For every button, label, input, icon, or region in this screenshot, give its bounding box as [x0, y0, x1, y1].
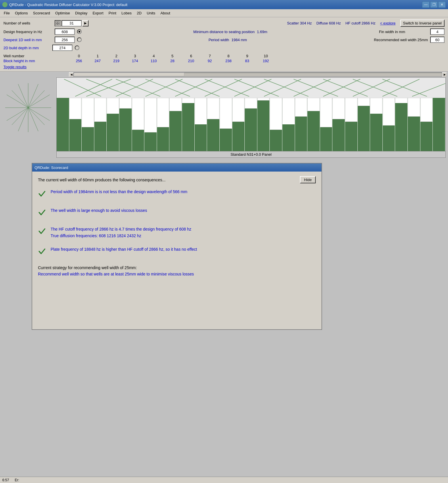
well-number-4: 4: [144, 54, 163, 58]
scroll-track[interactable]: [74, 73, 442, 77]
design-freq-radio[interactable]: [77, 29, 82, 34]
menu-lobes[interactable]: Lobes: [119, 10, 134, 16]
close-button[interactable]: ✕: [438, 1, 446, 8]
diffuse-text: Diffuse 608 Hz: [316, 21, 341, 25]
svg-line-22: [18, 108, 28, 131]
svg-line-20: [18, 84, 28, 108]
build-depth-label[interactable]: 2D build depth in mm: [3, 46, 52, 50]
diffuser-bar-17: [270, 98, 282, 151]
well-height-0: 256: [70, 59, 88, 63]
svg-line-24: [75, 79, 112, 96]
deepest-well-label[interactable]: Deepest 1D well in mm: [3, 38, 52, 42]
svg-line-38: [234, 79, 279, 96]
well-height-4: 110: [144, 59, 163, 63]
diffuser-panel: Standard N31+0.0 Panel: [56, 77, 446, 158]
hide-button[interactable]: Hide: [300, 176, 316, 183]
scroll-right-button[interactable]: ▶: [442, 72, 447, 77]
well-number-6: 6: [182, 54, 200, 58]
recommended-input[interactable]: [430, 37, 445, 43]
horizontal-scrollbar[interactable]: ◀ ▶: [69, 72, 447, 77]
fin-width-input[interactable]: [430, 28, 445, 35]
well-number-9: 9: [238, 54, 256, 58]
well-height-8: 238: [219, 59, 238, 63]
title-bar-left: QRDude - Quadratic Residue Diffuser Calc…: [2, 2, 127, 7]
wells-input[interactable]: [62, 20, 82, 26]
menu-print[interactable]: Print: [106, 10, 119, 16]
menu-scorecard[interactable]: Scorecard: [30, 10, 53, 16]
build-depth-radio[interactable]: [75, 45, 79, 50]
wells-label: Number of wells: [3, 21, 52, 25]
well-height-3: 174: [126, 59, 144, 63]
menu-about[interactable]: About: [158, 10, 173, 16]
svg-line-36: [205, 79, 249, 96]
polar-diagram: [2, 77, 54, 135]
diffuser-bar-3: [94, 98, 107, 151]
svg-line-47: [412, 83, 445, 96]
deepest-well-input[interactable]: [55, 37, 75, 43]
period-width-value: 1984 mm: [231, 38, 247, 42]
switch-inverse-button[interactable]: Switch to Inverse panel: [400, 20, 445, 27]
svg-line-45: [382, 79, 420, 96]
scorecard-item-text-3: Plate frequency of 18848 hz is higher th…: [51, 247, 197, 252]
scorecard-item-2: The HF cutoff frequency of 2866 hz is 4.…: [38, 227, 316, 238]
window-title: QRDude - Quadratic Residue Diffuser Calc…: [9, 3, 127, 7]
svg-line-46: [353, 79, 397, 96]
well-number-header: Well number: [3, 54, 70, 58]
build-depth-input[interactable]: [52, 45, 72, 51]
block-height-header: Block height in mm: [3, 59, 70, 63]
svg-line-21: [28, 84, 38, 108]
design-freq-input[interactable]: [55, 28, 75, 35]
scroll-left-button[interactable]: ◀: [69, 72, 74, 77]
menu-display[interactable]: Display: [72, 10, 90, 16]
svg-line-15: [28, 108, 45, 125]
scorecard-strategy: Current strategy for recommending well w…: [38, 265, 316, 276]
menu-optimise[interactable]: Optimise: [53, 10, 72, 16]
svg-line-44: [323, 79, 368, 96]
title-bar: QRDude - Quadratic Residue Diffuser Calc…: [0, 0, 448, 9]
svg-line-18: [7, 108, 28, 121]
menu-units[interactable]: Units: [144, 10, 158, 16]
diffuser-bar-21: [320, 98, 333, 151]
well-number-1: 1: [88, 54, 107, 58]
check-icon-3: [38, 247, 46, 257]
scorecard-item-0: Period width of 1984mm is is not less th…: [38, 189, 316, 199]
well-height-1: 247: [88, 59, 107, 63]
svg-rect-0: [56, 22, 58, 23]
diffuser-bar-5: [119, 98, 132, 151]
explore-link[interactable]: < explore: [380, 21, 396, 25]
toggle-results-link[interactable]: Toggle results: [3, 65, 26, 69]
recommended-label: Recommended well width 25mm: [374, 38, 428, 42]
maximize-button[interactable]: ❐: [430, 1, 438, 8]
menu-export[interactable]: Export: [90, 10, 106, 16]
scorecard-content: The current well width of 60mm produces …: [32, 172, 321, 281]
menu-file[interactable]: File: [1, 10, 12, 16]
deepest-well-radio[interactable]: [77, 37, 82, 42]
svg-line-34: [175, 79, 220, 96]
status-error: Er:: [15, 478, 19, 482]
strategy-text: Recommend well width so that wells are a…: [38, 272, 316, 276]
diffuser-bar-0: [57, 98, 69, 151]
svg-rect-3: [58, 24, 60, 25]
diffuser-bar-28: [408, 98, 420, 151]
scorecard-titlebar: QRDude: Scorecard: [32, 163, 321, 172]
scroll-thumb[interactable]: [74, 73, 184, 76]
diffuser-bar-6: [132, 98, 145, 151]
wells-increment-button[interactable]: ▶: [82, 20, 89, 26]
diffuser-bar-10: [182, 98, 195, 151]
strategy-title: Current strategy for recommending well w…: [38, 265, 316, 270]
diffuser-bar-7: [144, 98, 157, 151]
well-number-0: 0: [70, 54, 88, 58]
svg-line-23: [28, 108, 38, 131]
diffuser-bar-27: [395, 98, 408, 151]
menu-2d[interactable]: 2D: [134, 10, 144, 16]
diffuser-bars: [57, 98, 445, 151]
wave-diagram: [57, 78, 445, 98]
title-bar-controls: — ❐ ✕: [422, 1, 446, 8]
controls-area: Number of wells ▶ Scatter 304 Hz Diffuse…: [0, 17, 448, 72]
well-number-2: 2: [107, 54, 126, 58]
diffuser-bar-18: [282, 98, 295, 151]
menu-options[interactable]: Options: [12, 10, 30, 16]
minimize-button[interactable]: —: [422, 1, 430, 8]
svg-line-33: [205, 79, 242, 96]
scorecard-item-1: The well width is large enough to avoid …: [38, 208, 316, 218]
